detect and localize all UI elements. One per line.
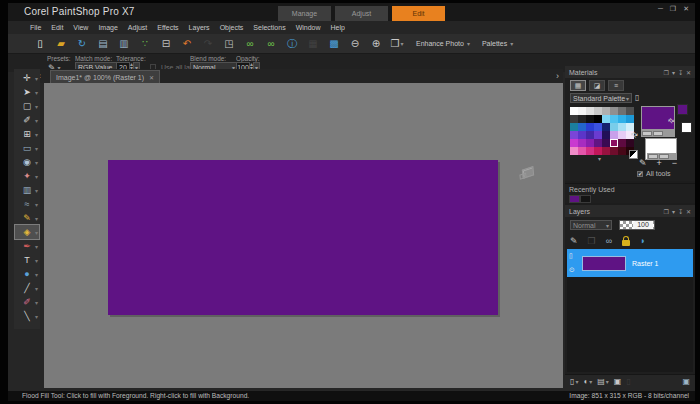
zoom-out-button[interactable]: ⊖ — [348, 36, 362, 51]
restore-button[interactable]: ❐ — [670, 5, 676, 13]
tool-clone-brush[interactable]: ▥▾ — [15, 183, 39, 197]
tool-red-eye[interactable]: ◉▾ — [15, 155, 39, 169]
palette-swatch[interactable] — [610, 115, 618, 123]
menu-effects[interactable]: Effects — [157, 24, 178, 31]
palette-page-icon[interactable]: ▯ — [635, 93, 644, 104]
palette-swatch[interactable] — [618, 147, 626, 155]
palette-swatch[interactable] — [578, 115, 586, 123]
menu-selections[interactable]: Selections — [253, 24, 285, 31]
palette-swatch[interactable] — [602, 131, 610, 139]
panel-close-button[interactable]: ✕ — [686, 208, 691, 215]
foreground-style-toggle[interactable] — [653, 131, 663, 136]
palette-swatch[interactable] — [602, 147, 610, 155]
palette-swatch[interactable] — [618, 131, 626, 139]
tool-makeover[interactable]: ✦▾ — [15, 169, 39, 183]
palette-swatch[interactable] — [570, 139, 578, 147]
tool-preset-shape[interactable]: ●▾ — [15, 267, 39, 281]
palette-swatch[interactable] — [586, 123, 594, 131]
palette-swatch[interactable] — [618, 107, 626, 115]
menu-edit[interactable]: Edit — [51, 24, 63, 31]
zoom-in-button[interactable]: ⊕ — [369, 36, 383, 51]
palette-swatch[interactable] — [594, 123, 602, 131]
tool-color-changer[interactable]: ✒▾ — [15, 239, 39, 253]
minimize-button[interactable]: ─ — [658, 5, 663, 13]
new-button[interactable]: ▯ — [33, 36, 47, 51]
organizer-button[interactable]: ∞ — [264, 36, 278, 51]
undo-button[interactable]: ↶ — [180, 36, 194, 51]
palette-swatch[interactable] — [594, 115, 602, 123]
print-button[interactable]: ⊟ — [159, 36, 173, 51]
palette-swatch[interactable] — [578, 123, 586, 131]
foreground-property-chip[interactable] — [677, 104, 688, 115]
recent-swatch[interactable] — [580, 195, 591, 203]
panel-pin-button[interactable]: ↧ — [678, 69, 683, 76]
palette-swatch[interactable] — [578, 139, 586, 147]
palette-swatch[interactable] — [610, 107, 618, 115]
palette-swatch[interactable] — [594, 107, 602, 115]
menu-file[interactable]: File — [30, 24, 41, 31]
panel-close-button[interactable]: ✕ — [686, 69, 691, 76]
palette-swatch[interactable] — [586, 139, 594, 147]
tab-scroll-right-button[interactable]: › — [556, 70, 559, 82]
lock-icon[interactable] — [622, 240, 630, 246]
palette-swatch[interactable] — [594, 131, 602, 139]
workspace-tab-edit[interactable]: Edit — [392, 6, 445, 21]
close-button[interactable]: ✕ — [683, 5, 689, 13]
workspace-tab-manage[interactable]: Manage — [278, 6, 331, 21]
tool-pan[interactable]: ✛▾ — [15, 71, 39, 85]
palette-swatch[interactable] — [570, 107, 578, 115]
palette-swatch[interactable] — [610, 123, 618, 131]
palette-swatch[interactable] — [586, 131, 594, 139]
find-button[interactable]: ∞ — [243, 36, 257, 51]
palette-swatch[interactable] — [610, 139, 618, 147]
tool-text[interactable]: T▾ — [15, 253, 39, 267]
palette-swatch[interactable] — [618, 139, 626, 147]
tool-dropper[interactable]: ✐▾ — [15, 113, 39, 127]
tool-flood-fill[interactable]: ◈▾ — [15, 225, 39, 239]
palette-swatch[interactable] — [570, 115, 578, 123]
layer-row[interactable]: ▯⊙Raster 1 — [567, 249, 693, 277]
palette-swatch[interactable] — [586, 107, 594, 115]
tool-pen[interactable]: ╱▾ — [15, 281, 39, 295]
materials-tab-hsl-map[interactable]: ◪ — [589, 80, 605, 91]
panel-menu-button[interactable]: ▾ — [672, 208, 675, 215]
palettes-button[interactable]: Palettes ▾ — [482, 40, 513, 47]
palette-select[interactable]: Standard Palette ▾ — [570, 93, 632, 103]
open-button[interactable]: ▰ — [54, 36, 68, 51]
palette-swatch[interactable] — [586, 147, 594, 155]
palette-swatch[interactable] — [602, 107, 610, 115]
copy-button[interactable]: ❐▾ — [390, 36, 404, 51]
adjustment-button[interactable]: ◐▾ — [583, 377, 592, 386]
black-white-reset-icon[interactable] — [629, 150, 638, 159]
recent-swatch[interactable] — [569, 195, 580, 203]
palette-swatch[interactable] — [610, 147, 618, 155]
menu-image[interactable]: Image — [98, 24, 117, 31]
menu-view[interactable]: View — [73, 24, 88, 31]
layer-visibility-icon[interactable]: ⊙ — [569, 266, 580, 274]
palette-swatch[interactable] — [618, 123, 626, 131]
materials-tab-sliders[interactable]: ≡ — [608, 80, 624, 91]
palette-swatch[interactable] — [594, 139, 602, 147]
palette-swatch[interactable] — [570, 131, 578, 139]
enhance-photo-button[interactable]: Enhance Photo ▾ — [416, 40, 470, 47]
panel-pin-button[interactable]: ↧ — [678, 208, 683, 215]
palette-swatch[interactable] — [570, 123, 578, 131]
menu-window[interactable]: Window — [296, 24, 321, 31]
palette-swatch[interactable] — [578, 107, 586, 115]
all-tools-checkbox[interactable]: ✔ — [637, 171, 643, 177]
foreground-transparency-toggle[interactable] — [642, 131, 652, 136]
palette-swatch[interactable] — [602, 115, 610, 123]
layer-opacity-slider[interactable]: 100 — [619, 220, 655, 230]
add-swatch-button[interactable]: + — [657, 158, 662, 168]
palette-swatch[interactable] — [594, 147, 602, 155]
background-property-chip[interactable] — [681, 122, 692, 133]
tool-straighten[interactable]: ▭▾ — [15, 141, 39, 155]
link-layers-icon[interactable]: ∞ — [606, 236, 612, 246]
tool-crop[interactable]: ⊞▾ — [15, 127, 39, 141]
palette-swatch[interactable] — [610, 131, 618, 139]
info-button[interactable]: ⓘ — [285, 36, 299, 51]
tool-mesh-warp[interactable]: ╲▾ — [15, 309, 39, 323]
new-image-button[interactable]: ▯▾ — [570, 377, 578, 386]
script-button[interactable]: ▣ — [614, 377, 622, 386]
palette-swatch[interactable] — [578, 131, 586, 139]
